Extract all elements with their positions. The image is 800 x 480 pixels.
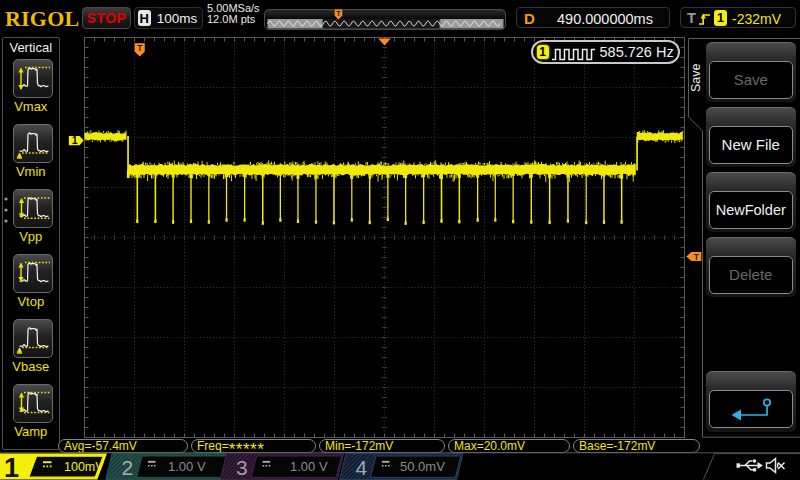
svg-text:1.00 V: 1.00 V [168,459,206,474]
svg-text:100mV: 100mV [64,460,104,474]
svg-text:T: T [137,43,143,53]
svg-text:T: T [694,252,700,262]
svg-text:2: 2 [122,456,134,479]
svg-text:50.0mV: 50.0mV [400,459,445,474]
svg-text:3: 3 [236,456,248,479]
svg-text:1: 1 [72,134,78,146]
svg-text:4: 4 [355,456,367,479]
svg-text:T: T [336,9,341,18]
svg-text:1.00 V: 1.00 V [290,459,328,474]
svg-text:1: 1 [4,453,19,480]
